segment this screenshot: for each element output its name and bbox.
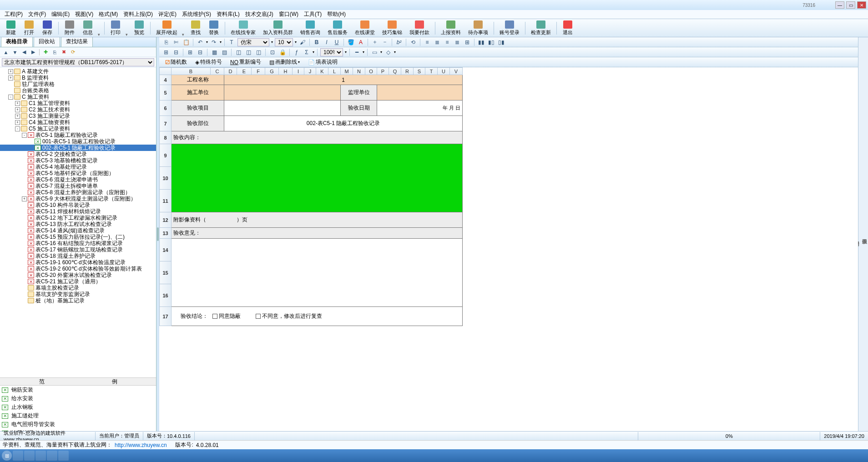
menu-item[interactable]: 工程(P) — [3, 10, 25, 19]
nav-down-icon[interactable]: ▼ — [12, 49, 18, 55]
col-header[interactable]: F — [252, 68, 265, 75]
increase-icon[interactable]: ＋ — [371, 38, 379, 46]
example-item[interactable]: ✕钢筋安装 — [0, 386, 156, 394]
strikethrough-btn[interactable]: ▤画删除线▾ — [266, 58, 303, 66]
content-area-3[interactable] — [172, 190, 463, 212]
toolbar-预览-button[interactable]: 预览 — [131, 20, 147, 37]
col-insert-icon[interactable]: ⊞ — [186, 48, 194, 56]
val-check-location[interactable]: 002-表C5-1 隐蔽工程验收记录 — [224, 116, 463, 131]
format-painter-icon[interactable]: 🖌 — [298, 38, 307, 46]
cell-3-icon[interactable]: ◫ — [254, 48, 262, 56]
col-header[interactable]: O — [365, 68, 377, 75]
random-btn[interactable]: ⚂随机数 — [162, 58, 190, 66]
menu-item[interactable]: 资料库(L) — [215, 10, 242, 19]
toolbar-在线课堂-button[interactable]: 在线课堂 — [352, 20, 378, 37]
toolbar-新建-button[interactable]: 新建 — [3, 20, 19, 37]
zoom-select[interactable]: 100% — [320, 48, 343, 56]
toolbar-打开-button[interactable]: 打开 — [21, 20, 37, 37]
tree-node[interactable]: +C4 施工物资资料 — [0, 119, 156, 126]
menu-item[interactable]: 技术交底(J) — [243, 10, 275, 19]
special-symbol-btn[interactable]: ◈特殊符号 — [192, 58, 225, 66]
opinion-area-1[interactable] — [172, 239, 463, 261]
cell-1-icon[interactable]: ◫ — [234, 48, 242, 56]
merge-cells-icon[interactable]: ⊞ — [463, 38, 471, 46]
menu-item[interactable]: 编辑(E) — [50, 10, 71, 19]
val-project-name[interactable]: 1 — [224, 75, 463, 85]
formula-icon[interactable]: ƒ — [293, 48, 301, 56]
menu-item[interactable]: 文件(F) — [26, 10, 48, 19]
row-insert-icon[interactable]: ⊞ — [162, 48, 170, 56]
menu-item[interactable]: 工具(T) — [302, 10, 323, 19]
start-button[interactable]: ⊞ — [2, 451, 12, 461]
freeze-icon[interactable]: ⊡ — [268, 48, 277, 56]
chart-bar-icon[interactable]: ▮▮ — [477, 38, 485, 46]
wrap-text-icon[interactable]: ⟲ — [409, 38, 417, 46]
toolbar-加入资料员群-button[interactable]: 加入资料员群 — [260, 20, 296, 37]
col-header[interactable]: U — [438, 68, 450, 75]
content-area-2[interactable] — [172, 167, 463, 190]
toolbar-待办事项-button[interactable]: 待办事项 — [465, 20, 491, 37]
val-supervision-unit[interactable] — [377, 85, 463, 100]
example-list[interactable]: ✕钢筋安装✕给水安装✕止水钢板✕施工缝处理✕电气照明导管安装✕地基处理 — [0, 386, 156, 431]
text-color-icon[interactable]: A — [357, 38, 365, 46]
sum-icon[interactable]: Σ — [303, 48, 311, 56]
example-item[interactable]: ✕给水安装 — [0, 394, 156, 403]
task-item[interactable] — [58, 451, 69, 461]
tree-del-icon[interactable]: ✖ — [61, 49, 67, 55]
toolbar-售后服务-button[interactable]: 售后服务 — [325, 20, 350, 37]
example-item[interactable]: ✕电气照明导管安装 — [0, 420, 156, 429]
project-select[interactable]: 北京市建筑工程资料管理规程（DB11/T695-2017） — [2, 58, 154, 66]
checkbox-agree[interactable] — [212, 314, 217, 319]
cut-icon[interactable]: ✄ — [172, 38, 180, 46]
chart-area-icon[interactable]: ▯▮ — [497, 38, 505, 46]
toolbar-展开/收起-button[interactable]: 展开/收起 — [153, 20, 180, 37]
col-header[interactable]: C — [211, 68, 224, 75]
toolbar-在线找专家-button[interactable]: 在线找专家 — [228, 20, 258, 37]
toolbar-退出-button[interactable]: 退出 — [560, 20, 576, 37]
example-item[interactable]: ✕止水钢板 — [0, 403, 156, 412]
toolbar-技巧集锦-button[interactable]: 技巧集锦 — [379, 20, 405, 37]
decrease-icon[interactable]: － — [381, 38, 389, 46]
col-header[interactable]: Q — [389, 68, 401, 75]
menu-item[interactable]: 格式(M) — [97, 10, 120, 19]
val-check-date[interactable]: 年 月 日 — [377, 100, 463, 116]
menu-item[interactable]: 评定(E) — [156, 10, 178, 19]
col-header[interactable]: E — [237, 68, 252, 75]
renumber-btn[interactable]: NO重新编号 — [227, 58, 264, 66]
bold-icon[interactable]: B — [313, 38, 321, 46]
lock-icon[interactable]: 🔒 — [278, 48, 287, 56]
font-color-icon[interactable]: T — [227, 38, 236, 46]
tree-new-icon[interactable]: ✚ — [42, 49, 49, 55]
nav-up-icon[interactable]: ▲ — [3, 49, 9, 55]
footer-link[interactable]: http://www.zhuyew.cn — [115, 442, 167, 448]
toolbar-销售咨询-button[interactable]: 销售咨询 — [298, 20, 323, 37]
undo-icon[interactable]: ↶ — [196, 38, 204, 46]
toolbar-上报资料-button[interactable]: 上报资料 — [438, 20, 464, 37]
content-area-1[interactable] — [172, 144, 463, 167]
border-icon[interactable]: ▦ — [210, 48, 218, 56]
toolbar-打印-button[interactable]: 打印 — [107, 20, 124, 37]
superscript-icon[interactable]: b² — [395, 38, 403, 46]
toolbar-查找-button[interactable]: 查找 — [187, 20, 204, 37]
toolbar-检查更新-button[interactable]: 检查更新 — [528, 20, 554, 37]
col-header[interactable]: N — [353, 68, 365, 75]
tree-node[interactable]: +C2 施工技术资料 — [0, 106, 156, 113]
col-header[interactable]: G — [265, 68, 279, 75]
tree-copy-icon[interactable]: ⎘ — [51, 49, 58, 55]
tree-node[interactable]: 桩（地）基施工记录 — [0, 297, 156, 304]
right-sidebar[interactable]: 录像识图 全屏经纬图 — [858, 37, 868, 431]
toolbar-账号登录-button[interactable]: 账号登录 — [497, 20, 522, 37]
row-delete-icon[interactable]: ⊟ — [172, 48, 180, 56]
col-header[interactable]: V — [450, 68, 463, 75]
toolbar-我要付款-button[interactable]: 我要付款 — [407, 20, 432, 37]
underline-icon[interactable]: U — [333, 38, 341, 46]
col-header[interactable]: R — [401, 68, 414, 75]
task-item[interactable] — [47, 451, 57, 461]
chart-line-icon[interactable]: ▮▯ — [487, 38, 495, 46]
left-tab[interactable]: 表格目录 — [1, 37, 33, 47]
col-header[interactable]: B — [172, 68, 211, 75]
tree-node[interactable]: -C 施工资料 — [0, 94, 156, 100]
nav-right-icon[interactable]: ▶ — [30, 49, 36, 55]
left-tab[interactable]: 查找结果 — [61, 37, 93, 47]
col-header[interactable]: D — [224, 68, 237, 75]
